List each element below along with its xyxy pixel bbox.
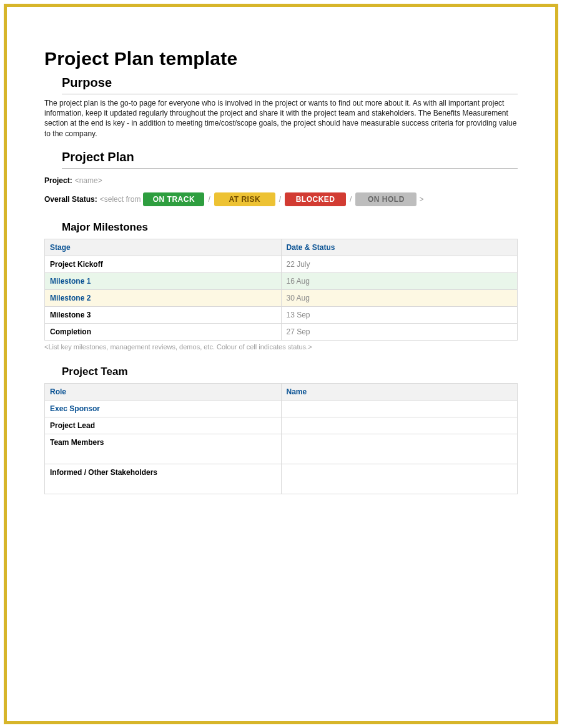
milestone-stage[interactable]: Milestone 1 bbox=[45, 272, 282, 289]
table-row: Milestone 116 Aug bbox=[45, 272, 518, 289]
status-separator: / bbox=[207, 195, 211, 204]
milestones-heading: Major Milestones bbox=[62, 221, 518, 234]
section-purpose-heading: Purpose bbox=[62, 76, 518, 94]
team-role: Informed / Other Stakeholders bbox=[45, 464, 282, 494]
table-row: Milestone 313 Sep bbox=[45, 306, 518, 323]
team-role: Project Lead bbox=[45, 417, 282, 434]
status-on-hold[interactable]: ON HOLD bbox=[355, 192, 417, 206]
table-row: Exec Sponsor bbox=[45, 400, 518, 417]
table-row: Team Members bbox=[45, 434, 518, 464]
milestones-col-date: Date & Status bbox=[281, 239, 518, 256]
team-name[interactable] bbox=[281, 400, 518, 417]
milestones-col-stage: Stage bbox=[45, 239, 282, 256]
team-heading: Project Team bbox=[62, 366, 518, 378]
milestone-date: 13 Sep bbox=[281, 306, 518, 323]
milestone-date: 30 Aug bbox=[281, 289, 518, 306]
team-role: Team Members bbox=[45, 434, 282, 464]
milestones-note: <List key milestones, management reviews… bbox=[44, 343, 518, 351]
overall-status-placeholder: <select from bbox=[100, 195, 141, 204]
purpose-body: The project plan is the go-to page for e… bbox=[44, 98, 518, 139]
overall-status-label: Overall Status: bbox=[44, 195, 97, 204]
team-name[interactable] bbox=[281, 417, 518, 434]
overall-status-close: > bbox=[419, 195, 423, 204]
status-separator: / bbox=[278, 195, 282, 204]
table-row: Completion27 Sep bbox=[45, 323, 518, 340]
milestone-stage: Completion bbox=[45, 323, 282, 340]
milestone-stage: Milestone 3 bbox=[45, 306, 282, 323]
team-name[interactable] bbox=[281, 434, 518, 464]
milestones-table: Stage Date & Status Project Kickoff22 Ju… bbox=[44, 239, 518, 341]
team-col-role: Role bbox=[45, 383, 282, 400]
status-on-track[interactable]: ON TRACK bbox=[143, 192, 204, 206]
page-title: Project Plan template bbox=[44, 48, 518, 69]
team-role[interactable]: Exec Sponsor bbox=[45, 400, 282, 417]
team-col-name: Name bbox=[281, 383, 518, 400]
section-plan-heading: Project Plan bbox=[62, 150, 518, 169]
status-blocked[interactable]: BLOCKED bbox=[285, 192, 346, 206]
overall-status-row: Overall Status: <select from ON TRACK / … bbox=[44, 192, 518, 206]
project-field-row: Project: <name> bbox=[44, 176, 518, 185]
table-row: Project Lead bbox=[45, 417, 518, 434]
team-table: Role Name Exec SponsorProject LeadTeam M… bbox=[44, 383, 518, 494]
document-frame: Project Plan template Purpose The projec… bbox=[4, 4, 558, 724]
table-row: Informed / Other Stakeholders bbox=[45, 464, 518, 494]
team-name[interactable] bbox=[281, 464, 518, 494]
table-row: Milestone 230 Aug bbox=[45, 289, 518, 306]
table-row: Project Kickoff22 July bbox=[45, 256, 518, 272]
milestone-stage[interactable]: Milestone 2 bbox=[45, 289, 282, 306]
milestone-date: 16 Aug bbox=[281, 272, 518, 289]
status-at-risk[interactable]: AT RISK bbox=[214, 192, 275, 206]
milestone-date: 27 Sep bbox=[281, 323, 518, 340]
milestone-date: 22 July bbox=[281, 256, 518, 272]
milestone-stage: Project Kickoff bbox=[45, 256, 282, 272]
project-name-placeholder[interactable]: <name> bbox=[75, 176, 102, 185]
status-separator: / bbox=[348, 195, 353, 204]
project-label: Project: bbox=[44, 176, 72, 185]
